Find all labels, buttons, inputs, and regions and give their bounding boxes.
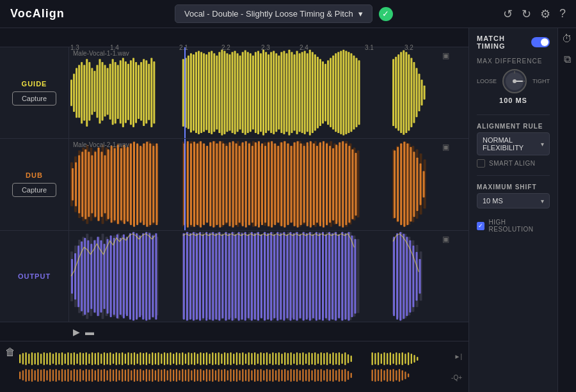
svg-rect-600 [86, 369, 87, 382]
svg-rect-601 [88, 370, 90, 381]
track-label-guide: GUIDE [22, 80, 47, 88]
svg-rect-231 [219, 141, 221, 228]
capture-button-guide[interactable]: Capture [12, 91, 56, 106]
svg-rect-223 [193, 142, 195, 227]
svg-rect-518 [221, 354, 222, 364]
svg-rect-407 [244, 231, 246, 320]
playhead-line [184, 47, 186, 138]
wave-button[interactable]: ▬ [85, 327, 94, 337]
svg-rect-80 [304, 51, 306, 134]
svg-rect-73 [285, 53, 287, 132]
svg-rect-59 [250, 53, 252, 132]
undo-button[interactable]: ↺ [503, 7, 513, 21]
svg-rect-266 [332, 148, 334, 221]
svg-rect-53 [234, 51, 236, 134]
clock-icon[interactable]: ⏱ [562, 33, 572, 45]
svg-rect-582 [31, 369, 33, 382]
settings-button[interactable]: ⚙ [540, 7, 550, 21]
svg-rect-69 [275, 53, 277, 132]
svg-rect-48 [221, 50, 223, 136]
svg-rect-558 [341, 354, 342, 364]
svg-rect-30 [148, 64, 150, 120]
svg-rect-684 [339, 369, 340, 382]
svg-rect-99 [353, 56, 355, 130]
svg-rect-104 [397, 54, 399, 130]
svg-rect-445 [403, 233, 404, 318]
main-layout: 1.3 1.4 2.1 2.2 2.3 2.4 3.1 3.2 GUIDE Ca… [0, 28, 576, 392]
help-button[interactable]: ? [559, 7, 566, 20]
svg-rect-12 [102, 62, 104, 121]
svg-rect-486 [125, 354, 126, 364]
svg-rect-452 [22, 353, 24, 365]
svg-rect-507 [188, 352, 189, 365]
alignment-rule-dropdown[interactable]: NORMAL FLEXIBILITY ▾ [477, 132, 550, 155]
svg-rect-470 [76, 354, 77, 364]
svg-rect-108 [408, 54, 410, 130]
svg-rect-403 [232, 231, 234, 320]
svg-rect-528 [251, 353, 252, 365]
play-button[interactable]: ▶ [73, 327, 80, 337]
svg-rect-597 [76, 370, 77, 381]
svg-rect-425 [303, 231, 305, 320]
svg-rect-78 [299, 53, 301, 132]
svg-rect-199 [91, 155, 93, 214]
svg-rect-95 [342, 50, 344, 136]
svg-rect-490 [136, 354, 138, 364]
svg-rect-511 [200, 352, 201, 365]
track-label-dub: DUB [26, 171, 43, 179]
svg-rect-627 [167, 370, 168, 380]
svg-rect-101 [358, 60, 360, 125]
svg-rect-17 [115, 62, 116, 123]
svg-rect-622 [152, 369, 153, 382]
smart-align-checkbox[interactable] [477, 159, 485, 168]
svg-rect-273 [355, 153, 356, 216]
preset-dropdown[interactable]: Vocal - Double - Slightly Loose Timing &… [175, 4, 372, 23]
max-shift-value: 10 MS [483, 197, 503, 205]
svg-rect-194 [75, 162, 77, 207]
svg-rect-691 [378, 370, 379, 381]
sliders-icon[interactable]: ⧉ [564, 54, 571, 65]
mini-track-dub: -Q+ [19, 368, 463, 382]
svg-rect-195 [78, 155, 80, 214]
svg-rect-0 [70, 80, 72, 106]
waveform-output: ▣ [69, 231, 451, 322]
svg-rect-404 [235, 234, 237, 318]
track-edge-icon-output: ▣ [442, 235, 449, 244]
trash-icon[interactable]: 🗑 [5, 347, 15, 358]
svg-rect-440 [351, 235, 353, 317]
svg-rect-471 [79, 352, 81, 365]
svg-rect-379 [129, 233, 131, 319]
svg-rect-456 [35, 353, 36, 365]
preset-label: Vocal - Double - Slightly Loose Timing &… [184, 9, 353, 19]
svg-rect-43 [208, 52, 210, 133]
svg-rect-510 [197, 354, 198, 364]
redo-button[interactable]: ↻ [522, 7, 531, 21]
svg-rect-208 [120, 148, 122, 221]
svg-rect-210 [127, 147, 129, 222]
capture-button-dub[interactable]: Capture [12, 183, 56, 197]
knob-dial[interactable] [500, 67, 529, 95]
svg-rect-550 [317, 354, 319, 364]
svg-rect-84 [314, 54, 316, 130]
svg-rect-31 [150, 58, 152, 127]
svg-rect-418 [280, 233, 282, 319]
svg-rect-437 [341, 231, 343, 320]
svg-rect-74 [288, 50, 290, 136]
svg-rect-565 [381, 354, 382, 364]
svg-rect-67 [270, 52, 272, 133]
svg-rect-26 [138, 65, 140, 119]
svg-rect-258 [307, 143, 308, 226]
match-timing-toggle[interactable] [531, 37, 550, 47]
mini-tracks: ►| [19, 345, 463, 389]
high-res-checkbox[interactable]: ✓ [477, 222, 484, 230]
max-shift-dropdown[interactable]: 10 MS ▾ [477, 193, 550, 208]
svg-rect-438 [344, 233, 346, 319]
svg-rect-27 [140, 62, 142, 121]
svg-rect-86 [319, 59, 321, 126]
max-shift-label: MAXIMUM SHIFT [477, 184, 550, 191]
svg-rect-380 [132, 231, 134, 320]
svg-rect-541 [290, 352, 291, 365]
svg-rect-426 [306, 233, 308, 319]
svg-rect-551 [321, 352, 322, 365]
svg-rect-271 [348, 146, 350, 223]
